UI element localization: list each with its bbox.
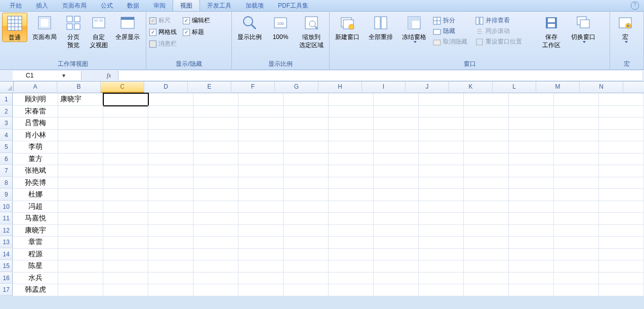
cell-C1[interactable] [103, 93, 148, 106]
freeze-panes-button[interactable]: 冻结窗格 [398, 13, 430, 43]
cell-K1[interactable] [464, 93, 509, 106]
row-header-9[interactable]: 9 [0, 188, 13, 201]
cell-E14[interactable] [193, 248, 238, 261]
cell-I3[interactable] [374, 117, 419, 130]
column-header-J[interactable]: J [406, 82, 449, 92]
cell-E8[interactable] [193, 177, 238, 189]
cell-L7[interactable] [509, 165, 554, 177]
cell-C7[interactable] [103, 165, 148, 177]
row-header-5[interactable]: 5 [0, 141, 13, 153]
row-header-4[interactable]: 4 [0, 129, 13, 141]
cell-G10[interactable] [284, 201, 329, 213]
cell-I4[interactable] [374, 129, 419, 142]
cell-A15[interactable]: 陈星 [13, 260, 58, 273]
cell-N13[interactable] [599, 236, 644, 249]
cell-H8[interactable] [329, 177, 374, 189]
cell-D8[interactable] [148, 177, 193, 189]
cell-C3[interactable] [103, 117, 148, 130]
cell-E12[interactable] [193, 224, 238, 237]
tab-公式[interactable]: 公式 [94, 0, 120, 11]
cell-J4[interactable] [419, 129, 464, 142]
row-header-16[interactable]: 16 [0, 272, 13, 284]
cell-B5[interactable] [58, 141, 103, 153]
cell-F7[interactable] [238, 165, 284, 177]
column-header-F[interactable]: F [231, 82, 275, 92]
row-header-2[interactable]: 2 [0, 105, 13, 118]
cell-G6[interactable] [284, 153, 329, 166]
cell-B13[interactable] [58, 236, 103, 249]
cell-J17[interactable] [419, 284, 464, 296]
cell-I16[interactable] [374, 272, 419, 285]
cell-M3[interactable] [554, 117, 599, 130]
cell-M11[interactable] [554, 212, 599, 225]
cell-C14[interactable] [103, 248, 148, 261]
switch-windows-button[interactable]: 切换窗口 [568, 13, 599, 43]
column-header-B[interactable]: B [57, 82, 101, 92]
cell-I13[interactable] [374, 236, 419, 249]
cell-A8[interactable]: 孙奕博 [13, 177, 58, 189]
cell-D2[interactable] [148, 105, 193, 118]
cell-N2[interactable] [599, 105, 644, 118]
cell-H12[interactable] [329, 224, 374, 237]
cell-J11[interactable] [419, 212, 464, 225]
cell-L11[interactable] [509, 212, 554, 225]
cell-D4[interactable] [148, 129, 193, 142]
cell-F14[interactable] [238, 248, 284, 261]
tab-PDF工具集[interactable]: PDF工具集 [271, 0, 315, 11]
cell-H2[interactable] [329, 105, 374, 118]
cell-A14[interactable]: 程源 [13, 248, 58, 261]
name-box[interactable]: C1 ▾ [13, 71, 82, 80]
cell-K16[interactable] [464, 272, 509, 285]
cell-L13[interactable] [509, 236, 554, 249]
cell-N11[interactable] [599, 212, 644, 225]
cell-D10[interactable] [148, 201, 193, 213]
cell-H4[interactable] [329, 129, 374, 142]
row-header-14[interactable]: 14 [0, 248, 13, 260]
row-header-3[interactable]: 3 [0, 117, 13, 129]
cell-H14[interactable] [329, 248, 374, 261]
cell-M16[interactable] [554, 272, 599, 285]
save-workspace-button[interactable]: 保存 工作区 [537, 13, 566, 49]
cell-H13[interactable] [329, 236, 374, 249]
cell-M7[interactable] [554, 165, 599, 177]
name-box-caret-icon[interactable]: ▾ [47, 72, 82, 79]
cell-I9[interactable] [374, 188, 419, 201]
tab-加载项[interactable]: 加载项 [238, 0, 271, 11]
cell-M17[interactable] [554, 284, 599, 296]
cell-L16[interactable] [509, 272, 554, 285]
cell-L17[interactable] [509, 284, 554, 296]
cell-K4[interactable] [464, 129, 509, 142]
cell-I5[interactable] [374, 141, 419, 153]
cell-F17[interactable] [238, 284, 284, 296]
cell-H3[interactable] [329, 117, 374, 130]
view-page-layout-button[interactable]: 页面布局 [29, 13, 60, 41]
cell-N6[interactable] [599, 153, 644, 166]
cell-I12[interactable] [374, 224, 419, 237]
cell-C8[interactable] [103, 177, 148, 189]
cell-E5[interactable] [193, 141, 238, 153]
help-icon[interactable]: ? [631, 2, 639, 10]
cell-K13[interactable] [464, 236, 509, 249]
cell-J3[interactable] [419, 117, 464, 130]
cell-D15[interactable] [148, 260, 193, 273]
cell-G5[interactable] [284, 141, 329, 153]
cell-K14[interactable] [464, 248, 509, 261]
cell-G7[interactable] [284, 165, 329, 177]
cell-K15[interactable] [464, 260, 509, 273]
cell-L4[interactable] [509, 129, 554, 142]
cell-N14[interactable] [599, 248, 644, 261]
cell-I15[interactable] [374, 260, 419, 273]
column-header-D[interactable]: D [144, 82, 188, 92]
row-header-11[interactable]: 11 [0, 212, 13, 224]
view-page-break-button[interactable]: 分页 预览 [62, 13, 85, 49]
tab-开发工具[interactable]: 开发工具 [200, 0, 238, 11]
cell-D13[interactable] [148, 236, 193, 249]
cell-M10[interactable] [554, 201, 599, 213]
cell-E11[interactable] [193, 212, 238, 225]
cell-C9[interactable] [103, 188, 148, 201]
column-header-K[interactable]: K [449, 82, 493, 92]
cell-B14[interactable] [58, 248, 103, 261]
cell-B2[interactable] [58, 105, 103, 118]
cell-F1[interactable] [238, 93, 284, 106]
cell-J7[interactable] [419, 165, 464, 177]
